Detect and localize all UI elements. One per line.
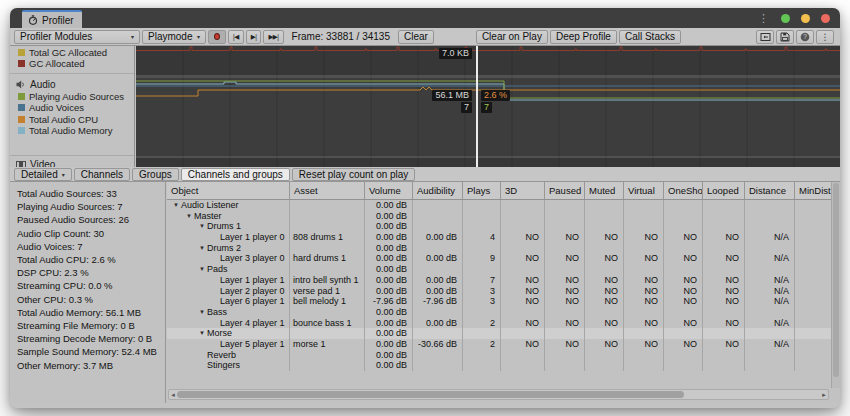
table-row[interactable]: ▼Pads0.00 dB [167, 264, 840, 275]
foldout-arrow-icon[interactable]: ▼ [197, 264, 207, 275]
horizontal-scrollbar-thumb[interactable] [177, 391, 684, 398]
table-row[interactable]: ▼Morse0.00 dB [167, 328, 840, 339]
stat-line: Streaming File Memory: 0 B [17, 319, 162, 332]
foldout-arrow-icon[interactable]: ▼ [197, 307, 207, 318]
cell-looped [703, 307, 745, 318]
legend-item[interactable]: GC Allocated [10, 58, 134, 69]
object-label: Layer 6 player 1 [220, 296, 285, 307]
legend-item[interactable]: Total GC Allocated [10, 47, 134, 58]
scroll-left-arrow-icon[interactable]: ◂ [169, 390, 177, 399]
cell-asset [290, 328, 365, 339]
foldout-arrow-icon[interactable]: ▼ [184, 211, 194, 222]
table-row[interactable]: Reverb0.00 dB [167, 350, 840, 361]
table-row[interactable]: ▼Drums 20.00 dB [167, 243, 840, 254]
tab-groups[interactable]: Groups [132, 168, 179, 181]
column-header[interactable]: Object [167, 182, 290, 199]
cell-3d [501, 328, 545, 339]
cell-audibility: -7.96 dB [413, 296, 463, 307]
stat-line: Other Memory: 3.7 MB [17, 359, 162, 372]
legend-item[interactable]: Total Audio Memory [10, 125, 134, 136]
deep-profile-toggle[interactable]: Deep Profile [550, 30, 617, 44]
vertical-scrollbar[interactable] [831, 182, 840, 388]
traffic-light-yellow[interactable] [801, 14, 810, 23]
table-row[interactable]: ▼Master0.00 dB [167, 211, 840, 222]
memory-module-legend: Total GC AllocatedGC Allocated [10, 47, 134, 70]
table-row[interactable]: Stingers0.00 dB [167, 360, 840, 371]
traffic-light-green[interactable] [781, 14, 790, 23]
column-header[interactable]: Looped [703, 182, 745, 199]
foldout-arrow-icon[interactable]: ▼ [197, 221, 207, 232]
cell-volume: 0.00 dB [365, 339, 413, 350]
playmode-dropdown[interactable]: Playmode ▾ [142, 30, 206, 44]
reset-play-count-toggle[interactable]: Reset play count on play [292, 168, 416, 181]
cell-oneshot [664, 200, 703, 211]
table-row[interactable]: Layer 6 player 1bell melody 1-7.96 dB-7.… [167, 296, 840, 307]
column-header[interactable]: Muted [585, 182, 624, 199]
cell-virtual [624, 211, 664, 222]
column-header[interactable]: Paused [545, 182, 585, 199]
table-row[interactable]: Layer 1 player 1intro bell synth 10.00 d… [167, 275, 840, 286]
legend-item[interactable]: Playing Audio Sources [10, 91, 134, 102]
object-cell: Layer 3 player 0 [167, 253, 290, 264]
cell-distance: N/A [745, 232, 795, 243]
profiler-modules-dropdown[interactable]: Profiler Modules ▾ [14, 30, 140, 44]
column-header[interactable]: Virtual [624, 182, 664, 199]
foldout-arrow-icon[interactable]: ▼ [197, 328, 207, 339]
cell-oneshot [664, 243, 703, 254]
legend-item[interactable]: Audio Voices [10, 102, 134, 113]
tab-channels[interactable]: Channels [74, 168, 130, 181]
tab-profiler[interactable]: Profiler [22, 10, 82, 28]
last-frame-button[interactable]: ▶▶| [263, 30, 283, 44]
chart-playhead[interactable] [476, 46, 478, 167]
load-profile-button[interactable] [756, 30, 774, 44]
cell-muted: NO [585, 253, 624, 264]
table-row[interactable]: Layer 2 player 0verse pad 10.00 dB0.00 d… [167, 286, 840, 297]
table-row[interactable]: Layer 4 player 1bounce bass 10.00 dB0.00… [167, 318, 840, 329]
profiler-charts[interactable]: 7.0 KB 56.1 MB 2.6 % 7 7 [136, 46, 840, 167]
column-header[interactable]: Plays [463, 182, 501, 199]
column-header[interactable]: Audibility [413, 182, 463, 199]
prev-frame-button[interactable]: |◀ [228, 30, 244, 44]
cell-paused [545, 221, 585, 232]
gc-allocated-line [136, 47, 840, 51]
save-profile-button[interactable] [776, 30, 794, 44]
traffic-light-red[interactable] [821, 14, 830, 23]
horizontal-scrollbar[interactable]: ◂ ▸ [168, 389, 829, 400]
frame-counter: Frame: 33881 / 34135 [292, 31, 390, 42]
table-row[interactable]: Layer 3 player 0hard drums 10.00 dB0.00 … [167, 253, 840, 264]
vertical-scrollbar-thumb[interactable] [833, 183, 839, 377]
table-row[interactable]: Layer 1 player 0808 drums 10.00 dB0.00 d… [167, 232, 840, 243]
column-header[interactable]: OneShot [664, 182, 703, 199]
foldout-arrow-icon[interactable]: ▼ [197, 243, 207, 254]
foldout-arrow-icon[interactable]: ▼ [171, 200, 181, 211]
audio-module-header[interactable]: Audio [10, 78, 134, 91]
scroll-right-arrow-icon[interactable]: ▸ [820, 390, 828, 399]
table-row[interactable]: Layer 5 player 1morse 10.00 dB-30.66 dB2… [167, 339, 840, 350]
record-button[interactable] [208, 30, 226, 44]
tab-channels-and-groups[interactable]: Channels and groups [181, 168, 290, 181]
window-menu-button[interactable]: ⋮ [816, 30, 834, 44]
help-button[interactable]: ? [796, 30, 814, 44]
call-stacks-toggle[interactable]: Call Stacks [619, 30, 681, 44]
video-module-header[interactable]: Video [10, 158, 134, 167]
legend-swatch [18, 49, 25, 56]
legend-item[interactable]: Total Audio CPU [10, 114, 134, 125]
cell-oneshot [664, 350, 703, 361]
clear-button[interactable]: Clear [398, 30, 434, 44]
clear-on-play-toggle[interactable]: Clear on Play [476, 30, 548, 44]
column-header[interactable]: Distance [745, 182, 795, 199]
cell-3d [501, 264, 545, 275]
column-header[interactable]: Asset [290, 182, 365, 199]
titlebar-kebab-icon[interactable]: ⋮ [758, 8, 769, 28]
column-header[interactable]: Volume [365, 182, 413, 199]
detailed-view-dropdown[interactable]: Detailed ▾ [14, 168, 72, 181]
next-frame-button[interactable]: ▶| [246, 30, 262, 44]
cell-volume: 0.00 dB [365, 350, 413, 361]
cell-looped: NO [703, 318, 745, 329]
table-row[interactable]: ▼Bass0.00 dB [167, 307, 840, 318]
cell-muted [585, 243, 624, 254]
table-row[interactable]: ▼Audio Listener0.00 dB [167, 200, 840, 211]
column-header[interactable]: 3D [501, 182, 545, 199]
save-icon [780, 32, 790, 42]
table-row[interactable]: ▼Drums 10.00 dB [167, 221, 840, 232]
